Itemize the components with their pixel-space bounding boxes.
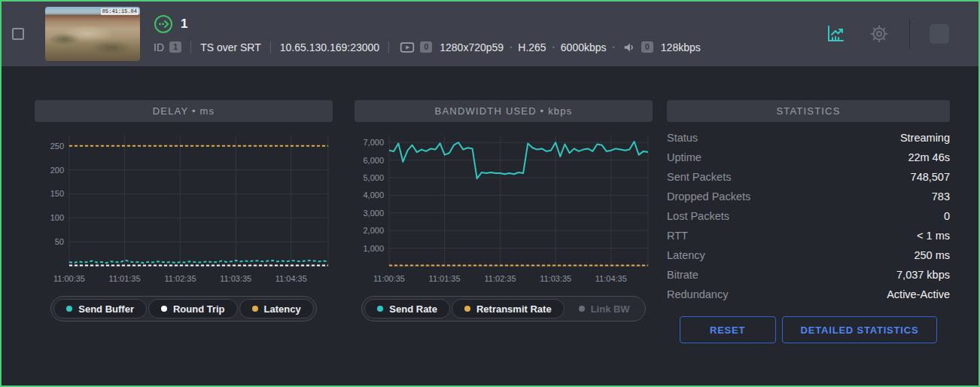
header-divider: [909, 19, 910, 49]
dot-separator: •: [510, 44, 512, 51]
delay-chart: 5010015020025011:00:3511:01:3511:02:3511…: [35, 127, 333, 291]
audio-track-badge: 0: [641, 41, 653, 53]
svg-text:4,000: 4,000: [363, 190, 384, 200]
legend-item-retransmit-rate[interactable]: Retransmit Rate: [452, 299, 565, 318]
bandwidth-chart-panel: BANDWIDTH USED • kbps 1,0002,0003,0004,0…: [355, 100, 653, 321]
stat-value: 748,507: [911, 171, 950, 183]
svg-text:11:00:35: 11:00:35: [373, 274, 405, 283]
stream-info-row: ID 1 TS over SRT 10.65.130.169:23000 0 1…: [154, 41, 701, 54]
stat-label: RTT: [667, 230, 688, 242]
stat-row-rtt: RTT < 1 ms: [667, 226, 950, 245]
video-track-badge: 0: [420, 41, 432, 53]
stat-value: 783: [932, 190, 950, 203]
svg-text:11:04:35: 11:04:35: [595, 274, 627, 283]
legend-label: Send Rate: [389, 303, 437, 315]
svg-text:250: 250: [50, 142, 64, 151]
stat-value: 0: [944, 210, 950, 222]
svg-text:11:00:35: 11:00:35: [53, 274, 85, 283]
stat-label: Lost Packets: [667, 210, 729, 222]
stat-value: 250 ms: [914, 249, 950, 261]
svg-text:1,000: 1,000: [363, 244, 384, 253]
timecode-overlay: 05:41:15.04: [101, 8, 138, 15]
statistics-rows: Status Streaming Uptime 22m 46s Sent Pac…: [667, 128, 950, 304]
svg-text:3,000: 3,000: [363, 209, 384, 218]
legend-item-latency[interactable]: Latency: [239, 299, 314, 318]
statistics-title: STATISTICS: [667, 100, 950, 122]
video-track-icon: [400, 41, 415, 54]
svg-text:100: 100: [50, 213, 64, 222]
stat-value: < 1 ms: [917, 230, 950, 242]
stat-row-latency: Latency 250 ms: [667, 245, 950, 265]
select-checkbox[interactable]: [12, 28, 24, 40]
stat-value: 7,037 kbps: [896, 269, 950, 281]
stat-row-sent-packets: Sent Packets 748,507: [667, 167, 950, 187]
svg-text:6,000: 6,000: [363, 156, 384, 165]
legend-item-link-bw[interactable]: Link BW: [566, 299, 643, 318]
statistics-actions: RESET DETAILED STATISTICS: [667, 316, 950, 343]
stat-label: Redundancy: [667, 288, 728, 300]
send-rate-dot: [377, 306, 383, 312]
resolution-label: 1280x720p59: [440, 41, 504, 53]
audio-icon: [622, 41, 636, 54]
svg-text:11:03:35: 11:03:35: [540, 274, 571, 283]
video-bitrate-label: 6000kbps: [561, 41, 607, 53]
bandwidth-chart: 1,0002,0003,0004,0005,0006,0007,00011:00…: [355, 127, 653, 291]
stat-value: 22m 46s: [908, 151, 950, 163]
divider: [270, 41, 271, 53]
statistics-panel: STATISTICS Status Streaming Uptime 22m 4…: [667, 100, 950, 343]
legend-item-send-rate[interactable]: Send Rate: [364, 299, 450, 318]
stat-label: Sent Packets: [667, 171, 731, 183]
stop-button[interactable]: [930, 24, 949, 44]
stat-label: Status: [667, 132, 698, 144]
legend-label: Round Trip: [173, 303, 225, 315]
stream-thumbnail[interactable]: 05:41:15.04: [45, 7, 140, 61]
svg-text:50: 50: [55, 237, 64, 246]
legend-item-round-trip[interactable]: Round Trip: [148, 299, 238, 318]
legend-label: Link BW: [591, 303, 630, 315]
stream-title: 1: [181, 17, 187, 32]
svg-text:200: 200: [50, 166, 64, 175]
chart-icon: [825, 23, 846, 44]
stream-title-block: 1 ID 1 TS over SRT 10.65.130.169:23000 0: [154, 14, 701, 54]
legend-item-send-buffer[interactable]: Send Buffer: [53, 299, 147, 318]
streaming-status-icon: [154, 14, 173, 34]
id-badge: 1: [169, 41, 181, 53]
divider: [388, 41, 389, 53]
round-trip-dot: [161, 306, 167, 312]
svg-text:11:02:35: 11:02:35: [165, 274, 196, 283]
address-label: 10.65.130.169:23000: [280, 41, 379, 53]
stat-label: Dropped Packets: [667, 190, 750, 203]
stream-details-body: DELAY • ms 5010015020025011:00:3511:01:3…: [2, 66, 978, 387]
stat-value: Active-Active: [887, 288, 950, 300]
send-buffer-dot: [66, 306, 72, 312]
legend-label: Send Buffer: [78, 303, 134, 315]
dot-separator: •: [613, 44, 615, 51]
stat-label: Uptime: [667, 151, 702, 163]
delay-chart-legend: Send Buffer Round Trip Latency: [50, 296, 316, 321]
settings-button[interactable]: [866, 20, 893, 47]
dot-separator: •: [552, 44, 555, 51]
bandwidth-chart-legend: Send Rate Retransmit Rate Link BW: [361, 296, 645, 321]
divider: [190, 41, 191, 53]
retransmit-rate-dot: [464, 306, 470, 312]
svg-text:150: 150: [50, 189, 64, 198]
stat-row-status: Status Streaming: [667, 128, 950, 148]
detailed-statistics-button[interactable]: DETAILED STATISTICS: [782, 316, 938, 343]
stream-card: 05:41:15.04 1 ID 1 TS over SRT: [0, 0, 980, 387]
stat-row-bitrate: Bitrate 7,037 kbps: [667, 265, 950, 285]
svg-text:11:02:35: 11:02:35: [485, 274, 516, 283]
svg-text:11:01:35: 11:01:35: [429, 274, 461, 283]
delay-chart-title: DELAY • ms: [35, 100, 333, 122]
reset-button[interactable]: RESET: [680, 316, 776, 343]
codec-label: H.265: [518, 41, 546, 53]
svg-text:7,000: 7,000: [363, 138, 384, 147]
audio-bitrate-label: 128kbps: [661, 41, 701, 53]
svg-text:5,000: 5,000: [363, 173, 384, 182]
stat-label: Latency: [667, 249, 705, 261]
svg-text:11:04:35: 11:04:35: [275, 274, 307, 283]
stat-row-dropped-packets: Dropped Packets 783: [667, 187, 950, 206]
link-bw-dot: [579, 306, 585, 312]
stat-label: Bitrate: [667, 269, 698, 281]
stat-row-uptime: Uptime 22m 46s: [667, 148, 950, 167]
statistics-toggle-button[interactable]: [822, 20, 849, 47]
